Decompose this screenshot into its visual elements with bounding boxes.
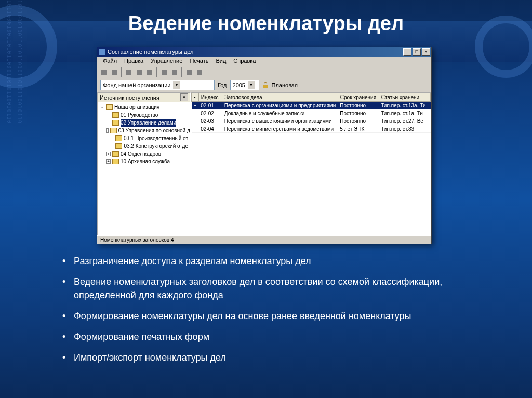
col-term[interactable]: Срок хранения xyxy=(338,93,379,102)
table-row[interactable]: 02-04Переписка с министерствами и ведомс… xyxy=(192,125,431,133)
table-row[interactable]: •02-01Переписка с организациями и предпр… xyxy=(192,102,431,109)
toolbar xyxy=(97,66,431,78)
tree-node[interactable]: +04 Отдел кадров xyxy=(99,150,189,158)
bullets: Разграничение доступа к разделам номенкл… xyxy=(62,254,478,372)
expand-icon[interactable]: - xyxy=(100,105,104,109)
app-icon xyxy=(99,49,105,55)
tree-label: 03 Управления по основной д xyxy=(118,127,190,134)
col-title[interactable]: Заголовок дела xyxy=(222,93,338,102)
tree-label: 10 Архивная служба xyxy=(121,158,170,166)
tree-label: 01 Руководство xyxy=(121,111,158,119)
menu-help[interactable]: Справка xyxy=(230,57,259,66)
tree-node[interactable]: 03.1 Производственный от xyxy=(99,134,189,142)
row-mark: • xyxy=(192,102,199,109)
folder-icon xyxy=(106,104,113,110)
cell-index: 02-02 xyxy=(198,109,222,117)
folder-icon xyxy=(115,135,122,141)
tree-node[interactable]: 01 Руководство xyxy=(99,111,189,119)
maximize-button[interactable]: □ xyxy=(413,48,421,56)
bullet: Ведение номенклатурных заголовков дел в … xyxy=(62,275,478,302)
tree-node[interactable]: 02 Управление делами xyxy=(99,119,189,127)
table-row[interactable]: 02-02Докладные и служебные запискиПостоя… xyxy=(192,109,431,117)
cell-index: 02-04 xyxy=(198,125,222,133)
bullet: Разграничение доступа к разделам номенкл… xyxy=(62,254,478,268)
tool-paste-icon[interactable] xyxy=(145,67,154,77)
col-article[interactable]: Статьи хранени xyxy=(379,93,430,102)
cell-article: Тип.пер. ст.13а, Ти xyxy=(379,102,430,109)
menu-view[interactable]: Вид xyxy=(212,57,230,66)
folder-icon xyxy=(112,112,119,118)
fund-combo[interactable]: Фонд нашей организации ▼ xyxy=(100,80,215,90)
tree-label: 03.2 Конструкторский отде xyxy=(124,142,188,150)
bullet: Формирование печатных форм xyxy=(62,330,478,344)
tool-refresh-icon[interactable] xyxy=(184,67,194,77)
fund-value: Фонд нашей организации xyxy=(103,82,170,88)
bg-binary: 1011000100110101100011010110010110 xyxy=(15,0,24,398)
slide-title: Ведение номенклатуры дел xyxy=(0,12,532,35)
year-combo[interactable]: 2005 ▼ xyxy=(230,80,259,90)
tool-open-icon[interactable] xyxy=(110,67,119,77)
app-window: Составление номенклатуры дел _ □ × Файл … xyxy=(97,47,432,244)
menu-file[interactable]: Файл xyxy=(99,57,121,66)
menu-edit[interactable]: Правка xyxy=(121,57,147,66)
tree[interactable]: - Наша организация 01 Руководство02 Упра… xyxy=(98,102,190,235)
window-title: Составление номенклатуры дел xyxy=(108,49,194,55)
cell-article: Тип.пер. ст.1а, Ти xyxy=(379,109,430,117)
tool-find-icon[interactable] xyxy=(170,67,179,77)
grid[interactable]: • Индекс Заголовок дела Срок хранения Ст… xyxy=(191,93,431,133)
bullet: Импорт/экспорт номенклатуры дел xyxy=(62,351,478,364)
filterbar: Фонд нашей организации ▼ Год 2005 ▼ План… xyxy=(97,78,431,92)
folder-icon xyxy=(112,151,119,157)
cell-title: Переписка с вышестоящими организациями xyxy=(222,117,338,125)
cell-title: Переписка с организациями и предприятиям… xyxy=(222,102,338,109)
cell-article: Тип.пер. ст.83 xyxy=(379,125,430,133)
tree-label: 02 Управление делами xyxy=(121,119,176,127)
titlebar[interactable]: Составление номенклатуры дел _ □ × xyxy=(97,47,431,57)
tree-header[interactable]: Источник поступления ▼ xyxy=(98,93,190,102)
col-index[interactable]: Индекс xyxy=(198,93,222,102)
expand-icon[interactable]: - xyxy=(106,128,109,133)
tool-delete-icon[interactable] xyxy=(195,67,204,77)
row-mark xyxy=(192,125,199,133)
tool-new-icon[interactable] xyxy=(99,67,109,77)
cell-index: 02-03 xyxy=(198,117,222,125)
tree-node[interactable]: -03 Управления по основной д xyxy=(99,127,189,134)
year-label: Год xyxy=(218,82,227,88)
cell-article: Тип.пер. ст.27, Ве xyxy=(379,117,430,125)
status-text: Номенклатурных заголовков:4 xyxy=(100,237,174,243)
tree-node[interactable]: 03.2 Конструкторский отде xyxy=(99,142,189,150)
expand-icon[interactable]: + xyxy=(106,159,111,164)
tree-root[interactable]: - Наша организация xyxy=(99,103,189,111)
folder-icon xyxy=(110,128,117,133)
tree-pane: Источник поступления ▼ - Наша организаци… xyxy=(97,92,191,235)
chevron-down-icon[interactable]: ▼ xyxy=(180,93,188,101)
cell-title: Докладные и служебные записки xyxy=(222,109,338,117)
cell-term: Постоянно xyxy=(338,102,379,109)
tool-print-icon[interactable] xyxy=(159,67,169,77)
cell-term: Постоянно xyxy=(338,117,379,125)
minimize-button[interactable]: _ xyxy=(403,48,411,56)
tool-cut-icon[interactable] xyxy=(124,67,134,77)
chevron-down-icon[interactable]: ▼ xyxy=(172,81,180,89)
col-mark[interactable]: • xyxy=(192,93,199,102)
cell-term: 5 лет ЭПК xyxy=(338,125,379,133)
folder-icon xyxy=(115,143,122,149)
close-button[interactable]: × xyxy=(422,48,430,56)
menu-print[interactable]: Печать xyxy=(186,57,212,66)
cell-title: Переписка с министерствами и ведомствами xyxy=(222,125,338,133)
tool-copy-icon[interactable] xyxy=(135,67,144,77)
row-mark xyxy=(192,117,199,125)
cell-term: Постоянно xyxy=(338,109,379,117)
chevron-down-icon[interactable]: ▼ xyxy=(247,81,255,89)
menu-manage[interactable]: Управление xyxy=(147,57,186,66)
year-value: 2005 xyxy=(233,82,245,88)
cell-index: 02-01 xyxy=(198,102,222,109)
folder-icon xyxy=(112,120,119,126)
bullet: Формирование номенклатуры дел на основе … xyxy=(62,309,478,323)
menubar: Файл Правка Управление Печать Вид Справк… xyxy=(97,57,431,66)
table-row[interactable]: 02-03Переписка с вышестоящими организаци… xyxy=(192,117,431,125)
expand-icon[interactable]: + xyxy=(106,152,111,156)
tree-node[interactable]: +10 Архивная служба xyxy=(99,158,189,166)
folder-icon xyxy=(112,159,119,164)
tree-header-label: Источник поступления xyxy=(100,94,159,101)
